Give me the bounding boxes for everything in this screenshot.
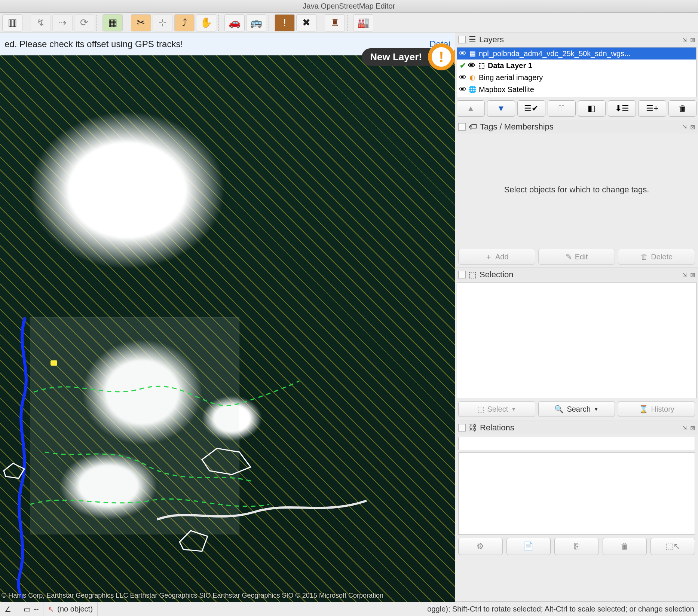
layers-list: 👁 ▤ npl_polbnda_adm4_vdc_25k_50k_sdn_wgs… <box>457 47 697 97</box>
layers-stack-icon: ☰ <box>469 35 476 45</box>
selection-list[interactable] <box>457 282 697 398</box>
castle-preset-icon[interactable]: ♜ <box>325 14 345 31</box>
duplicate-relation-button[interactable]: ⎘ <box>554 538 599 555</box>
layer-row[interactable]: ✔ 👁 ⬚ Data Layer 1 <box>457 60 696 71</box>
bus-preset-icon[interactable]: 🚌 <box>246 14 266 31</box>
eye-icon[interactable]: 👁 <box>459 50 466 57</box>
history-icon: ⌛ <box>639 405 648 414</box>
collapse-icon[interactable] <box>458 123 466 131</box>
history-label: History <box>651 405 674 414</box>
pin-icon[interactable]: ⇲ <box>682 123 687 131</box>
refresh-icon[interactable]: ⟳ <box>74 14 94 31</box>
plus-icon: ＋ <box>485 252 492 262</box>
toolbar-separator <box>269 15 272 31</box>
delete-relation-button[interactable]: 🗑 <box>603 538 647 555</box>
collapse-icon[interactable] <box>458 424 466 431</box>
pin-icon[interactable]: ⇲ <box>682 271 687 278</box>
tags-placeholder: Select objects for which to change tags. <box>504 185 649 195</box>
move-layer-down-button[interactable]: ▼ <box>487 100 515 117</box>
food-preset-icon[interactable]: ✖ <box>296 14 316 31</box>
split-way-icon[interactable]: ✂ <box>131 14 151 31</box>
merge-layer-button[interactable]: ⬇☰ <box>608 100 636 117</box>
collapse-icon[interactable] <box>458 271 466 278</box>
warning-preset-icon[interactable]: ! <box>275 14 295 31</box>
edit-tag-button[interactable]: ✎Edit <box>538 249 615 265</box>
collapse-icon[interactable] <box>458 36 466 43</box>
factory-preset-icon[interactable]: 🏭 <box>353 14 373 31</box>
status-hint: oggle); Shift-Ctrl to rotate selected; A… <box>423 605 698 613</box>
draw-nodes-icon[interactable]: ⇢ <box>52 14 73 31</box>
search-button[interactable]: 🔍Search▼ <box>538 401 615 417</box>
edit-relation-button[interactable]: 📄 <box>506 538 551 555</box>
cloud-shape <box>30 112 224 269</box>
relations-toolbar: ⚙ 📄 ⎘ 🗑 ⬚↖ <box>458 538 695 555</box>
close-icon[interactable]: ⊠ <box>690 424 695 431</box>
layers-panel-header[interactable]: ☰ Layers ⇲ ⊠ <box>455 33 698 46</box>
combine-way-icon[interactable]: ⊹ <box>153 14 173 31</box>
reverse-way-icon[interactable]: ⤴ <box>174 14 195 31</box>
main-toolbar: ▥ ↯ ⇢ ⟳ ▦ ✂ ⊹ ⤴ ✋ 🚗 🚌 ! ✖ ♜ 🏭 <box>0 13 698 33</box>
history-button[interactable]: ⌛History <box>618 401 695 417</box>
exclamation-icon: ! <box>428 43 455 70</box>
search-label: Search <box>567 405 590 414</box>
search-icon: 🔍 <box>554 405 564 414</box>
building-outline <box>0 460 30 482</box>
layer-name: Mapbox Satellite <box>479 85 534 94</box>
chevron-down-icon: ▼ <box>594 406 599 412</box>
new-layer-label: New Layer! <box>362 48 430 66</box>
map-canvas[interactable]: ed. Please check its offset using GPS tr… <box>0 33 455 602</box>
layer-row[interactable]: 👁 🌐 Mapbox Satellite <box>457 83 696 95</box>
selection-panel-header[interactable]: ⬚ Selection ⇲ ⊠ <box>455 268 698 281</box>
data-layer-icon: ⬚ <box>477 61 486 70</box>
pin-icon[interactable]: ⇲ <box>682 36 687 43</box>
layers-toolbar: ▲ ▼ ☰✔ 👁⃠ ◧ ⬇☰ ☰+ 🗑 <box>457 100 697 117</box>
select-way-icon[interactable]: ↯ <box>31 14 51 31</box>
move-layer-up-button[interactable]: ▲ <box>457 100 485 117</box>
active-check-icon[interactable]: ✔ <box>459 62 466 69</box>
tags-panel-title: Tags / Memberships <box>480 122 554 132</box>
boundary-layer-icon: ▤ <box>468 49 477 58</box>
cursor-icon: ⬚ <box>477 405 484 414</box>
eye-icon[interactable]: 👁 <box>468 62 475 69</box>
tags-panel: 🏷 Tags / Memberships ⇲ ⊠ Select objects … <box>455 120 698 268</box>
add-tag-button[interactable]: ＋Add <box>458 249 535 265</box>
angle-icon: ∠ <box>4 605 11 614</box>
eye-icon[interactable]: 👁 <box>459 74 466 81</box>
tag-icon: 🏷 <box>469 122 477 132</box>
delete-layer-button[interactable]: 🗑 <box>668 100 697 117</box>
close-icon[interactable]: ⊠ <box>690 271 695 278</box>
imagery-icon[interactable]: ▦ <box>102 14 123 31</box>
relations-filter-input[interactable] <box>458 437 695 450</box>
pin-icon[interactable]: ⇲ <box>682 424 687 431</box>
close-icon[interactable]: ⊠ <box>690 36 695 43</box>
layer-row[interactable]: 👁 ▤ npl_polbnda_adm4_vdc_25k_50k_sdn_wgs… <box>457 48 696 60</box>
layers-toggle-icon[interactable]: ▥ <box>2 14 22 31</box>
eye-icon[interactable]: 👁 <box>459 86 466 93</box>
ruler-icon: ▭ <box>24 605 31 614</box>
relations-panel-header[interactable]: ⛓ Relations ⇲ ⊠ <box>455 421 698 434</box>
select-members-button[interactable]: ⬚↖ <box>650 538 695 555</box>
duplicate-layer-button[interactable]: ☰+ <box>638 100 666 117</box>
cursor-object-icon: ↖ <box>48 605 54 614</box>
activate-layer-button[interactable]: ☰✔ <box>517 100 545 117</box>
new-relation-button[interactable]: ⚙ <box>458 538 503 555</box>
layers-panel: ☰ Layers ⇲ ⊠ 👁 ▤ npl_polbnda_adm4_vdc_25… <box>455 33 698 120</box>
building-outline <box>172 523 217 557</box>
relations-list[interactable] <box>458 452 695 535</box>
relations-panel: ⛓ Relations ⇲ ⊠ ⚙ 📄 ⎘ 🗑 ⬚↖ <box>455 421 698 602</box>
tags-body: Select objects for which to change tags. <box>455 134 698 246</box>
opacity-button[interactable]: ◧ <box>578 100 606 117</box>
edit-icon: ✎ <box>566 252 572 261</box>
tags-panel-header[interactable]: 🏷 Tags / Memberships ⇲ ⊠ <box>455 120 698 134</box>
select-button[interactable]: ⬚Select▼ <box>458 401 535 417</box>
layer-row[interactable]: 👁 ◐ Bing aerial imagery <box>457 71 696 83</box>
toolbar-separator <box>97 15 100 31</box>
selection-toolbar: ⬚Select▼ 🔍Search▼ ⌛History <box>458 401 695 417</box>
toggle-visibility-button[interactable]: 👁⃠ <box>548 100 576 117</box>
pan-icon[interactable]: ✋ <box>196 14 216 31</box>
toolbar-separator <box>347 15 351 31</box>
edit-label: Edit <box>575 253 588 261</box>
car-preset-icon[interactable]: 🚗 <box>224 14 245 31</box>
delete-tag-button[interactable]: 🗑Delete <box>618 249 695 265</box>
close-icon[interactable]: ⊠ <box>690 123 695 131</box>
